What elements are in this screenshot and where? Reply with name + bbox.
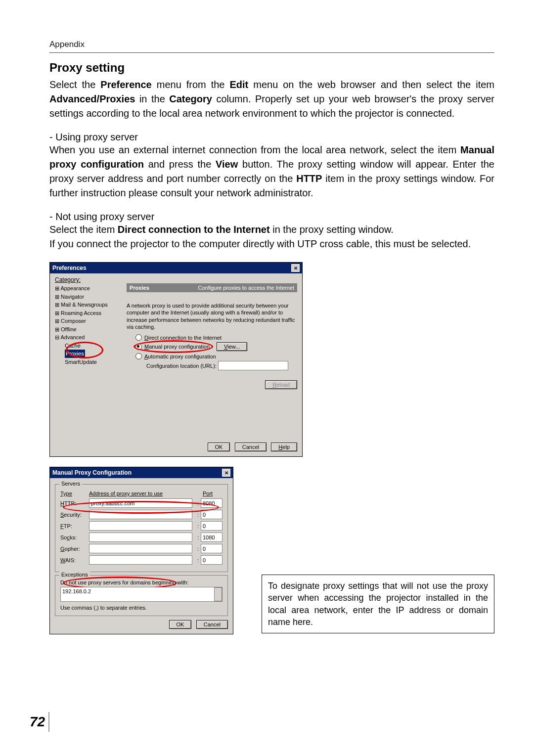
view-button[interactable]: View... (217, 342, 247, 351)
wais-address-input[interactable] (89, 555, 192, 565)
page-title: Proxy setting (49, 61, 494, 75)
config-url-input[interactable] (218, 361, 288, 370)
tree-appearance[interactable]: Appearance (55, 284, 122, 293)
section-header: Appendix (49, 40, 494, 49)
window-title: Preferences (52, 265, 87, 271)
close-icon[interactable]: ✕ (222, 469, 230, 477)
config-url-row: Configuration location (URL): (146, 361, 297, 370)
titlebar: Preferences ✕ (50, 263, 302, 273)
ftp-port-input[interactable]: 0 (201, 521, 222, 531)
socks-port-input[interactable]: 1080 (201, 533, 222, 542)
manual-proxy-dialog: Manual Proxy Configuration ✕ Servers Typ… (49, 467, 233, 634)
srv-security-label: Security: (60, 512, 89, 518)
tree-composer[interactable]: Composer (55, 317, 122, 325)
cancel-button[interactable]: Cancel (235, 443, 267, 451)
subhead-notusing: - Not using proxy server (49, 211, 494, 222)
close-icon[interactable]: ✕ (291, 264, 300, 272)
page-number-divider (48, 712, 49, 732)
exceptions-group: Exceptions Do not use proxy servers for … (55, 575, 228, 616)
exceptions-hint: Use commas (,) to separate entries. (60, 605, 222, 611)
para-notusing-2: If you connect the projector to the comp… (49, 237, 494, 251)
proxy-description: A network proxy is used to provide addit… (127, 302, 297, 330)
help-button[interactable]: Help (271, 443, 297, 451)
titlebar: Manual Proxy Configuration ✕ (50, 467, 233, 478)
tree-mail[interactable]: Mail & Newsgroups (55, 301, 122, 309)
tree-offline[interactable]: Offline (55, 325, 122, 334)
tree-smart[interactable]: SmartUpdate (55, 358, 122, 366)
radio-direct[interactable]: Direct connection to the Internet (135, 334, 297, 341)
pane-header: Proxies Configure proxies to access the … (127, 283, 297, 292)
col-address: Address of proxy server to use (89, 490, 203, 496)
note-box: To designate proxy settings that will no… (262, 575, 494, 633)
exceptions-input[interactable]: 192.168.0.2 (60, 587, 222, 602)
gopher-port-input[interactable]: 0 (201, 544, 222, 553)
tree-advanced[interactable]: Advanced (55, 333, 122, 342)
preferences-dialog: Preferences ✕ Category: Appearance Navig… (49, 262, 303, 457)
cancel-button[interactable]: Cancel (196, 620, 228, 629)
col-port: Port (203, 490, 222, 496)
para-using: When you use an external internet connec… (49, 143, 494, 200)
radio-manual[interactable] (135, 344, 142, 350)
ftp-address-input[interactable] (89, 521, 192, 531)
category-label: Category: (55, 276, 297, 283)
gopher-address-input[interactable] (89, 544, 192, 553)
rule (49, 52, 494, 53)
radio-auto[interactable]: Automatic proxy configuration (135, 353, 297, 359)
srv-ftp-label: FTP: (60, 523, 89, 529)
security-port-input[interactable]: 0 (201, 510, 222, 519)
intro-paragraph: Select the Preference menu from the Edit… (49, 78, 494, 121)
ok-button[interactable]: OK (169, 620, 192, 629)
subhead-using: - Using proxy server (49, 132, 494, 143)
highlight-circle-icon (66, 342, 103, 358)
socks-address-input[interactable] (89, 533, 192, 542)
reload-button: Reload (265, 380, 297, 389)
srv-gopher-label: Gopher: (60, 546, 89, 552)
col-type: Type (60, 490, 89, 496)
window-title: Manual Proxy Configuration (52, 469, 132, 476)
category-tree[interactable]: Appearance Navigator Mail & Newsgroups R… (55, 283, 122, 423)
srv-wais-label: WAIS: (60, 557, 89, 563)
wais-port-input[interactable]: 0 (201, 555, 222, 565)
highlight-circle-icon (63, 501, 219, 514)
para-notusing-1: Select the item Direct connection to the… (49, 222, 494, 237)
scrollbar[interactable] (214, 587, 222, 601)
tree-roaming[interactable]: Roaming Access (55, 309, 122, 317)
ok-button[interactable]: OK (208, 443, 230, 451)
page-number: 72 (30, 714, 45, 730)
servers-group: Servers Type Address of proxy server to … (55, 484, 228, 572)
tree-navigator[interactable]: Navigator (55, 293, 122, 301)
srv-socks-label: Socks: (60, 534, 89, 540)
